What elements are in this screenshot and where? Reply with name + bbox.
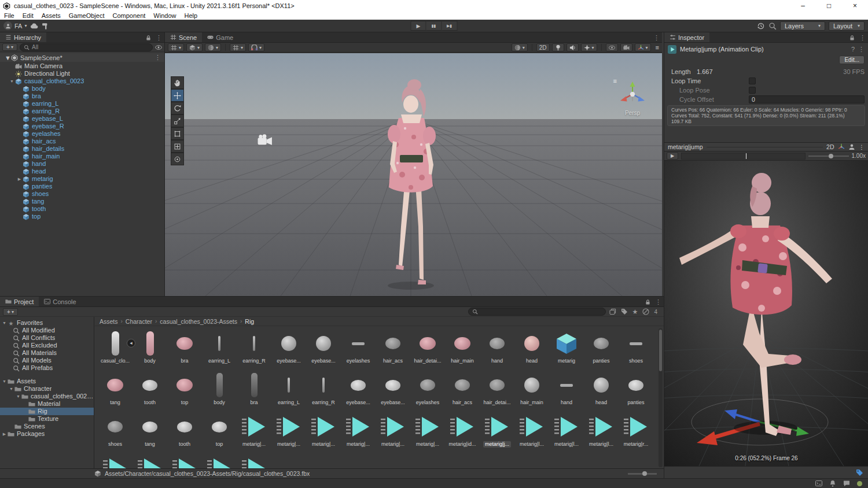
custom-tool-button[interactable] — [171, 153, 184, 165]
asset-eyebase[interactable]: eyebase... — [306, 330, 341, 364]
lighting-toggle[interactable] — [552, 43, 564, 51]
toolbar-overflow-icon[interactable]: ≡ — [656, 44, 659, 51]
asset-hand[interactable]: hand — [549, 371, 584, 406]
animation-preview-viewport[interactable]: 0:26 (052.2%) Frame 26 — [664, 161, 868, 466]
asset-tang[interactable]: tang — [133, 413, 167, 448]
asset-metarig[interactable]: metarig — [549, 330, 584, 364]
rotate-tool-button[interactable] — [171, 102, 184, 114]
activity-icon[interactable] — [815, 480, 822, 487]
favorite-all-models[interactable]: All Models — [0, 357, 94, 364]
hierarchy-item-hair-details[interactable]: hair_details — [0, 145, 164, 153]
lock-icon[interactable] — [145, 35, 152, 41]
asset-tooth[interactable]: tooth — [167, 413, 202, 448]
asset-tang[interactable]: tang — [98, 371, 133, 406]
menu-edit[interactable]: Edit — [19, 12, 38, 20]
asset-body[interactable]: body — [133, 330, 167, 364]
folder-texture[interactable]: Texture — [0, 415, 94, 423]
cloud-icon[interactable] — [30, 22, 38, 30]
expand-arrow-icon[interactable]: ▼ — [5, 54, 11, 61]
asset-tooth[interactable]: tooth — [133, 371, 167, 406]
hierarchy-item-top[interactable]: top — [0, 213, 164, 220]
preview-play-button[interactable]: ▶ — [667, 152, 678, 160]
menu-component[interactable]: Component — [108, 12, 149, 20]
lock-icon[interactable] — [849, 35, 855, 41]
gizmos-dropdown[interactable]: ▾ — [635, 43, 651, 51]
layers-dropdown[interactable]: Layers ▾ — [780, 21, 825, 31]
expand-arrow-icon[interactable]: ▶ — [16, 175, 23, 183]
asset-earring-r[interactable]: earring_R — [306, 371, 341, 406]
hierarchy-item-head[interactable]: head — [0, 168, 164, 175]
grid-snap-dropdown[interactable]: ▾ — [230, 43, 246, 51]
hierarchy-item-tooth[interactable]: tooth — [0, 205, 164, 213]
asset-anim-clip[interactable] — [167, 454, 202, 468]
preview-menu-icon[interactable]: ⋮ — [859, 143, 865, 150]
hierarchy-item-shoes[interactable]: shoes — [0, 190, 164, 198]
axis-gizmo-icon[interactable] — [838, 143, 845, 150]
menu-gameobject[interactable]: GameObject — [65, 12, 109, 20]
asset-hair-detai[interactable]: hair_detai... — [480, 371, 514, 406]
hierarchy-item-main-camera[interactable]: Main Camera — [0, 62, 164, 70]
panel-menu-icon[interactable]: ⋮ — [653, 34, 660, 42]
hierarchy-item-hand[interactable]: hand — [0, 160, 164, 168]
panel-menu-icon[interactable]: ⋮ — [156, 34, 162, 42]
layout-dropdown[interactable]: Layout ▾ — [829, 21, 865, 31]
asset-metarig[interactable]: metarig|... — [306, 413, 341, 448]
loop-time-checkbox[interactable] — [749, 77, 756, 84]
asset-panties[interactable]: panties — [584, 330, 619, 364]
cycle-offset-field[interactable]: 0 — [749, 95, 865, 103]
asset-head[interactable]: head — [584, 371, 619, 406]
playhead[interactable] — [746, 153, 746, 159]
hidden-objects-toggle[interactable] — [606, 43, 618, 51]
asset-hair-acs[interactable]: hair_acs — [376, 330, 410, 364]
hierarchy-search-input[interactable]: All — [20, 43, 153, 51]
folder-assets[interactable]: ▼Assets — [0, 378, 94, 385]
hierarchy-item-casual-clothes-0023[interactable]: ▼casual_clothes_0023 — [0, 77, 164, 85]
scene-camera-gizmo-icon[interactable] — [258, 134, 273, 146]
asset-metarig[interactable]: metarig|... — [237, 413, 271, 448]
hierarchy-item-bra[interactable]: bra — [0, 93, 164, 100]
create-object-button[interactable]: +▾ — [2, 43, 17, 51]
audio-toggle[interactable] — [567, 43, 579, 51]
undo-history-icon[interactable] — [757, 22, 765, 30]
asset-labels-icon[interactable] — [621, 308, 628, 315]
asset-metarig-l[interactable]: metarig|l... — [549, 413, 584, 448]
hierarchy-item-hair-acs[interactable]: hair_acs — [0, 138, 164, 145]
asset-shoes[interactable]: shoes — [619, 330, 653, 364]
asset-shoes[interactable]: shoes — [98, 413, 133, 448]
menu-help[interactable]: Help — [180, 12, 201, 20]
project-tab-project[interactable]: Project — [0, 297, 39, 306]
panel-menu-icon[interactable]: ⋮ — [859, 34, 866, 42]
favorite-all-excluded[interactable]: All Excluded — [0, 342, 94, 349]
preview-timeline[interactable] — [681, 153, 806, 160]
preview-2d-toggle[interactable]: 2D — [826, 143, 834, 150]
asset-anim-clip[interactable] — [202, 454, 237, 468]
expand-arrow-icon[interactable]: ▶ — [1, 430, 8, 438]
menu-assets[interactable]: Assets — [38, 12, 65, 20]
asset-metarig-r[interactable]: metarig|r... — [619, 413, 653, 448]
asset-tag-icon[interactable] — [856, 469, 863, 476]
scale-tool-button[interactable] — [171, 114, 184, 127]
header-menu-icon[interactable]: ⋮ — [858, 46, 865, 53]
asset-body[interactable]: body — [202, 371, 237, 406]
asset-top[interactable]: top — [167, 371, 202, 406]
scene-header-row[interactable]: ▼ SampleScene* ⋮ — [0, 53, 164, 62]
draw-mode-dropdown[interactable]: ▾ — [512, 43, 528, 51]
hierarchy-item-body[interactable]: body — [0, 85, 164, 93]
rect-tool-button[interactable] — [171, 127, 184, 140]
transform-tool-button[interactable] — [171, 140, 184, 153]
asset-earring-l[interactable]: earring_L — [202, 330, 237, 364]
asset-metarig-l[interactable]: metarig|l... — [584, 413, 619, 448]
preview-speed-slider[interactable] — [808, 153, 849, 160]
expand-arrow-icon[interactable]: ▼ — [1, 319, 8, 327]
orientation-dropdown[interactable]: ▾ — [205, 43, 221, 51]
asset-hair-main[interactable]: hair_main — [514, 371, 549, 406]
hierarchy-item-eyebase-l[interactable]: eyebase_L — [0, 115, 164, 123]
account-dropdown[interactable]: FA ▾ — [3, 21, 27, 30]
hierarchy-item-directional-light[interactable]: Directional Light — [0, 70, 164, 77]
asset-metarig[interactable]: metarig|... — [410, 413, 445, 448]
loop-pose-checkbox[interactable] — [749, 87, 756, 94]
play-button[interactable]: ▶ — [411, 21, 426, 31]
camera-settings-dropdown[interactable] — [620, 43, 632, 51]
tool-settings-dropdown[interactable]: ▾ — [168, 43, 184, 51]
hierarchy-item-metarig[interactable]: ▶metarig — [0, 175, 164, 183]
